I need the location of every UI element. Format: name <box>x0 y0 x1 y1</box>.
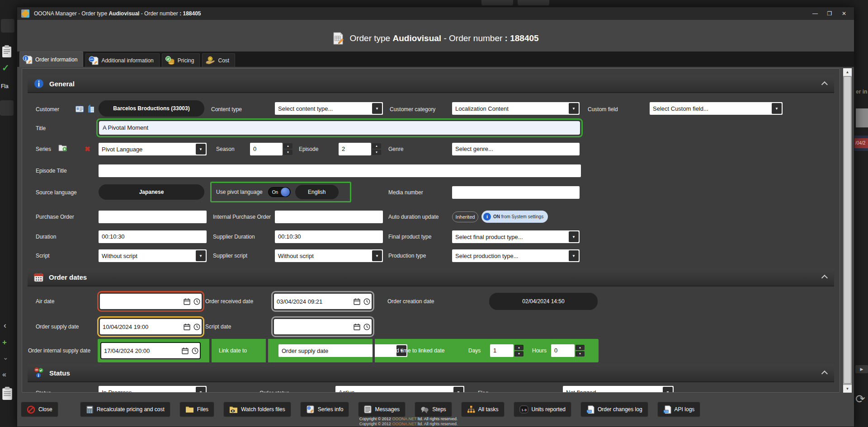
supplier-script-select[interactable]: Without script ▼ <box>275 249 383 262</box>
section-status-header[interactable]: Status <box>28 364 834 382</box>
tab-pricing[interactable]: Pricing <box>162 53 200 67</box>
all-tasks-button[interactable]: All tasks <box>461 402 505 417</box>
use-pivot-toggle[interactable]: On <box>268 187 291 197</box>
duration-input[interactable]: 00:10:30 <box>99 230 207 243</box>
units-reported-button[interactable]: 1-9 Units reported <box>514 402 571 417</box>
vertical-scrollbar[interactable]: ▲ ▼ <box>843 68 852 393</box>
double-chevron-left-icon[interactable]: « <box>2 371 6 379</box>
calendar-picker-icon[interactable] <box>182 294 192 309</box>
pivot-language-button[interactable]: English <box>295 185 339 199</box>
collapse-chevron-icon[interactable] <box>821 81 828 88</box>
chevron-down-icon[interactable]: ⌄ <box>3 353 9 361</box>
api-logs-button[interactable]: LOG API logs <box>657 402 701 417</box>
scroll-up-icon[interactable]: ▲ <box>843 68 852 76</box>
order-internal-supply-date-field[interactable]: 17/04/2024 20:00 <box>100 342 201 359</box>
genre-input[interactable]: Select genre... <box>452 143 580 155</box>
messages-button[interactable]: Messages <box>358 402 406 417</box>
script-date-field[interactable] <box>271 316 374 337</box>
scroll-down-icon[interactable]: ▼ <box>843 385 852 393</box>
supplier-duration-input[interactable]: 00:10:30 <box>275 230 383 243</box>
season-stepper[interactable]: 0 ▲ ▼ <box>250 143 292 155</box>
scrollbar-thumb[interactable] <box>844 76 851 384</box>
season-value[interactable]: 0 <box>250 143 283 155</box>
source-language-value[interactable]: Japanese <box>99 184 204 200</box>
episode-value[interactable]: 2 <box>339 143 371 155</box>
refresh-icon[interactable]: ⟳ <box>853 391 868 407</box>
spin-up-icon[interactable]: ▲ <box>372 143 381 149</box>
dropdown-arrow-icon[interactable]: ▼ <box>569 231 579 242</box>
time-picker-icon[interactable] <box>192 294 202 309</box>
episode-stepper[interactable]: 2 ▲ ▼ <box>339 143 381 155</box>
minimize-button[interactable]: — <box>808 8 822 19</box>
time-picker-icon[interactable] <box>190 343 200 358</box>
order-changes-log-button[interactable]: LOG Order changes log <box>580 402 648 417</box>
customer-value-button[interactable]: Barcelos Broductions (33003) <box>99 100 204 117</box>
dropdown-arrow-icon[interactable]: ▼ <box>196 387 206 393</box>
customer-card-icon[interactable] <box>75 106 84 113</box>
chevron-left-icon[interactable]: ‹ <box>4 321 6 330</box>
air-date-field[interactable] <box>97 291 204 312</box>
section-order-dates-header[interactable]: Order dates <box>28 268 834 286</box>
purchase-order-input[interactable] <box>99 211 207 223</box>
customer-category-select[interactable]: Localization Content ▼ <box>452 102 580 115</box>
spin-up-icon[interactable]: ▲ <box>514 345 524 350</box>
custom-field-select[interactable]: Select Custom field... ▼ <box>650 102 783 115</box>
order-status-select[interactable]: Active ▼ <box>335 386 464 393</box>
time-picker-icon[interactable] <box>192 319 202 334</box>
time-picker-icon[interactable] <box>362 294 372 309</box>
add-icon[interactable]: + <box>2 338 7 347</box>
close-button[interactable]: Close <box>21 402 58 417</box>
collapse-chevron-icon[interactable] <box>821 371 828 377</box>
date-value[interactable]: 10/04/2024 19:00 <box>100 324 182 330</box>
dropdown-arrow-icon[interactable]: ▼ <box>772 103 782 114</box>
watch-folders-files-button[interactable]: Watch folders files <box>223 402 291 417</box>
steps-button[interactable]: Steps <box>415 402 452 417</box>
arrow-right-icon[interactable]: ▶ <box>855 365 868 373</box>
internal-purchase-order-input[interactable] <box>275 211 383 223</box>
calendar-picker-icon[interactable] <box>182 319 192 334</box>
spin-down-icon[interactable]: ▼ <box>283 150 292 155</box>
date-value[interactable]: 17/04/2024 20:00 <box>101 347 180 354</box>
days-value[interactable]: 1 <box>490 344 514 357</box>
dropdown-arrow-icon[interactable]: ▼ <box>663 387 673 393</box>
toggle-knob[interactable] <box>281 188 290 197</box>
window-titlebar[interactable]: OOONA Manager - Order type Audiovisual -… <box>17 7 854 20</box>
spin-down-icon[interactable]: ▼ <box>514 351 524 357</box>
customer-building-icon[interactable] <box>87 104 95 113</box>
media-number-input[interactable] <box>452 186 580 199</box>
days-stepper[interactable]: 1 ▲ ▼ <box>490 344 524 357</box>
dropdown-arrow-icon[interactable]: ▼ <box>569 103 579 114</box>
title-input[interactable]: A Pivotal Moment <box>99 121 580 135</box>
spin-up-icon[interactable]: ▲ <box>576 345 585 350</box>
flag-select[interactable]: Not flagged ▼ <box>563 386 674 393</box>
calendar-picker-icon[interactable] <box>180 343 190 358</box>
series-folder-add-icon[interactable] <box>58 144 67 152</box>
dropdown-arrow-icon[interactable]: ▼ <box>372 103 382 114</box>
series-remove-icon[interactable]: ✖ <box>85 143 90 155</box>
dropdown-arrow-icon[interactable]: ▼ <box>196 144 206 155</box>
tab-cost[interactable]: Cost <box>202 53 235 67</box>
status-select[interactable]: In Progress ▼ <box>99 386 207 393</box>
hours-stepper[interactable]: 0 ▲ ▼ <box>551 344 585 357</box>
episode-title-input[interactable] <box>99 164 581 177</box>
dropdown-arrow-icon[interactable]: ▼ <box>569 250 579 261</box>
close-window-button[interactable]: ✕ <box>837 8 851 19</box>
calendar-picker-icon[interactable] <box>352 294 362 309</box>
dropdown-arrow-icon[interactable]: ▼ <box>453 387 463 393</box>
series-select[interactable]: Pivot Language ▼ <box>99 143 207 155</box>
hours-value[interactable]: 0 <box>551 344 575 357</box>
tab-additional-information[interactable]: Additional information <box>85 53 159 67</box>
calendar-picker-icon[interactable] <box>352 319 362 334</box>
section-general-header[interactable]: General <box>28 75 834 93</box>
dropdown-arrow-icon[interactable]: ▼ <box>196 250 206 261</box>
recalculate-pricing-button[interactable]: Recalculate pricing and cost <box>80 402 170 417</box>
final-product-type-select[interactable]: Select final product type... ▼ <box>452 230 580 243</box>
date-value[interactable]: 03/04/2024 09:21 <box>274 298 352 305</box>
spin-up-icon[interactable]: ▲ <box>283 143 292 149</box>
order-supply-date-field[interactable]: 10/04/2024 19:00 <box>97 316 204 337</box>
series-info-button[interactable]: Series info <box>300 402 349 417</box>
spin-down-icon[interactable]: ▼ <box>576 351 585 357</box>
collapse-chevron-icon[interactable] <box>821 275 828 281</box>
content-type-select[interactable]: Select content type... ▼ <box>275 102 383 115</box>
dropdown-arrow-icon[interactable]: ▼ <box>372 250 382 261</box>
